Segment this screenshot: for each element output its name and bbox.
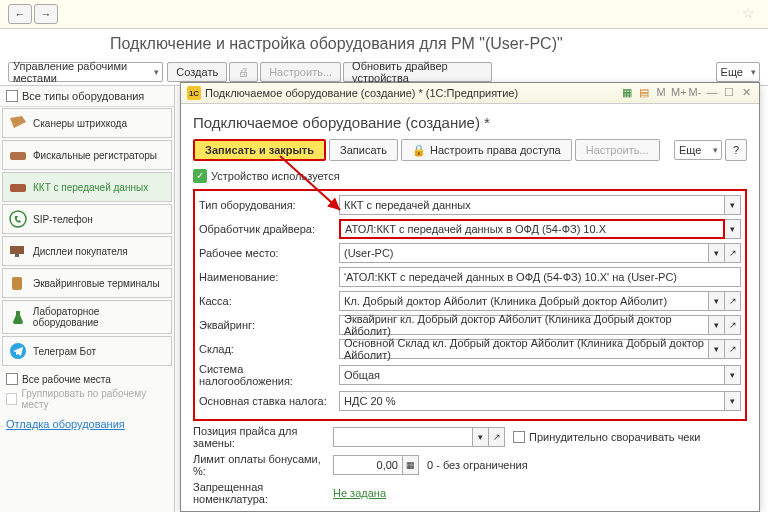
forward-button[interactable]: →	[34, 4, 58, 24]
price-pos-input[interactable]	[333, 427, 473, 447]
sidebar-item-lab[interactable]: Лабораторное оборудование	[2, 300, 172, 334]
group-checkbox	[6, 393, 17, 405]
m-icon[interactable]: M	[654, 86, 668, 100]
calendar-icon[interactable]: ▤	[637, 86, 651, 100]
force-collapse-checkbox[interactable]	[513, 431, 525, 443]
phone-icon	[7, 210, 29, 228]
calc-icon[interactable]: ▦	[620, 86, 634, 100]
all-types-checkbox[interactable]	[6, 90, 18, 102]
m-plus-icon[interactable]: M+	[671, 86, 685, 100]
chevron-down-icon[interactable]: ▾	[725, 219, 741, 239]
device-used-label: Устройство используется	[211, 170, 340, 182]
dialog-more-dropdown[interactable]: Еще	[674, 140, 722, 160]
dialog-heading: Подключаемое оборудование (создание) *	[193, 114, 747, 131]
sidebar-item-fiscal[interactable]: Фискальные регистраторы	[2, 140, 172, 170]
svg-rect-4	[15, 254, 19, 257]
display-icon	[7, 242, 29, 260]
sidebar-item-kkt[interactable]: ККТ с передачей данных	[2, 172, 172, 202]
access-button[interactable]: 🔒Настроить права доступа	[401, 139, 572, 161]
name-input[interactable]: 'АТОЛ:ККТ с передачей данных в ОФД (54-Ф…	[339, 267, 741, 287]
minimize-icon[interactable]: —	[705, 86, 719, 100]
svg-rect-1	[10, 184, 26, 192]
cashbox-select[interactable]: Кл. Добрый доктор Айболит (Клиника Добры…	[339, 291, 709, 311]
m-minus-icon[interactable]: M-	[688, 86, 702, 100]
sidebar-item-acquiring[interactable]: Эквайринговые терминалы	[2, 268, 172, 298]
svg-rect-5	[12, 277, 22, 290]
equipment-dialog: 1C Подключаемое оборудование (создание) …	[180, 82, 760, 512]
sidebar-item-display[interactable]: Дисплеи покупателя	[2, 236, 172, 266]
configure-button: Настроить...	[260, 62, 341, 82]
flask-icon	[7, 308, 29, 326]
favorite-icon[interactable]: ☆	[742, 5, 760, 23]
maximize-icon[interactable]: ☐	[722, 86, 736, 100]
print-button[interactable]: 🖨	[229, 62, 258, 82]
configure-button-2: Настроить...	[575, 139, 660, 161]
driver-select[interactable]: АТОЛ:ККТ с передачей данных в ОФД (54-ФЗ…	[339, 219, 725, 239]
highlighted-form-area: Тип оборудования: ККТ с передачей данных…	[193, 189, 747, 421]
kkt-icon	[7, 178, 29, 196]
sidebar-item-scanners[interactable]: Сканеры штрихкода	[2, 108, 172, 138]
telegram-icon	[7, 342, 29, 360]
acquiring-select[interactable]: Эквайринг кл. Добрый доктор Айболит (Кли…	[339, 315, 709, 335]
save-close-button[interactable]: Записать и закрыть	[193, 139, 326, 161]
terminal-icon	[7, 274, 29, 292]
register-icon	[7, 146, 29, 164]
workplace-mgmt-dropdown[interactable]: Управление рабочими местами	[8, 62, 163, 82]
close-icon[interactable]: ✕	[739, 86, 753, 100]
lock-icon: 🔒	[412, 144, 426, 157]
save-button[interactable]: Записать	[329, 139, 398, 161]
sidebar-item-sip[interactable]: SIP-телефон	[2, 204, 172, 234]
scanner-icon	[7, 114, 29, 132]
svg-rect-3	[10, 246, 24, 254]
app-1c-icon: 1C	[187, 86, 201, 100]
all-types-label: Все типы оборудования	[22, 90, 144, 102]
open-icon[interactable]: ↗	[725, 243, 741, 263]
more-dropdown[interactable]: Еще	[716, 62, 760, 82]
bonus-limit-input[interactable]: 0,00	[333, 455, 403, 475]
calc-btn[interactable]: ▦	[403, 455, 419, 475]
page-title: Подключение и настройка оборудования для…	[0, 29, 768, 59]
update-driver-button[interactable]: Обновить драйвер устройства	[343, 62, 492, 82]
warehouse-select[interactable]: Основной Склад кл. Добрый доктор Айболит…	[339, 339, 709, 359]
debug-link[interactable]: Отладка оборудования	[6, 418, 125, 430]
create-button[interactable]: Создать	[167, 62, 227, 82]
all-workplaces-checkbox[interactable]	[6, 373, 18, 385]
device-used-checkbox[interactable]: ✓	[193, 169, 207, 183]
help-button[interactable]: ?	[725, 139, 747, 161]
dialog-window-title: Подключаемое оборудование (создание) * (…	[205, 87, 518, 99]
svg-rect-0	[10, 152, 26, 160]
back-button[interactable]: ←	[8, 4, 32, 24]
svg-point-2	[10, 211, 26, 227]
forbidden-link[interactable]: Не задана	[333, 487, 386, 499]
tax-system-select[interactable]: Общая	[339, 365, 725, 385]
tax-rate-select[interactable]: НДС 20 %	[339, 391, 725, 411]
chevron-down-icon[interactable]: ▾	[725, 195, 741, 215]
type-select[interactable]: ККТ с передачей данных	[339, 195, 725, 215]
workplace-select[interactable]: (User-PC)	[339, 243, 709, 263]
sidebar-item-telegram[interactable]: Телеграм Бот	[2, 336, 172, 366]
